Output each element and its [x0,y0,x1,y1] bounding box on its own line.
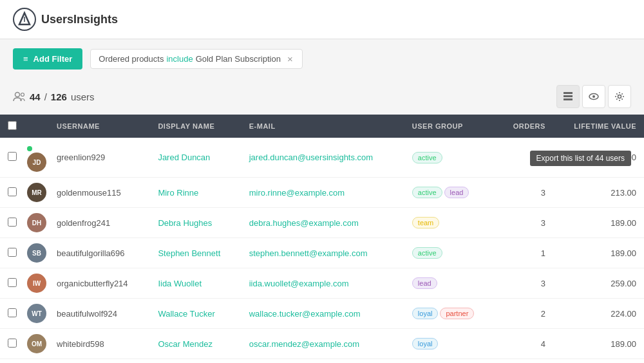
display-name-cell[interactable]: Stephen Bennett [150,238,241,268]
avatar: SB [27,243,46,263]
svg-point-3 [15,93,20,97]
display-name-cell[interactable]: Wallace Tucker [150,299,241,329]
row-checkbox-cell [0,138,24,178]
svg-rect-7 [564,98,573,100]
email-cell[interactable]: miro.rinne@example.com [242,178,404,208]
username-cell: beautifulwolf924 [49,299,150,329]
user-group-badge: active [412,187,442,198]
user-group-badge: loyal [412,338,439,349]
filtered-count: 44 [30,91,41,102]
user-group-badge: team [412,217,439,228]
display-name-link[interactable]: Stephen Bennett [158,248,220,258]
email-cell[interactable]: wallace.tucker@example.com [242,299,404,329]
user-group-badge: lead [412,277,437,289]
total-count: 126 [51,91,67,102]
row-checkbox-cell [0,299,24,329]
lifetime-value-cell: 189.00 [553,208,644,238]
row-checkbox[interactable] [8,152,17,161]
filter-remove-button[interactable]: × [286,54,294,64]
table-row[interactable]: WTbeautifulwolf924Wallace Tuckerwallace.… [0,299,644,329]
display-name-cell[interactable]: Debra Hughes [150,208,241,238]
email-cell[interactable]: heather.harper@example.com [242,359,404,364]
orders-cell: 3 [497,178,553,208]
add-filter-button[interactable]: ≡ Add Filter [13,48,82,70]
table-row[interactable]: MRgoldenmouse115Miro Rinnemiro.rinne@exa… [0,178,644,208]
avatar: DH [27,213,46,232]
user-group-cell: loyalpartner [404,299,497,329]
username-cell: beautifulgorilla696 [49,238,150,268]
row-checkbox[interactable] [8,187,17,196]
header-orders: ORDERS [497,115,553,138]
user-group-cell: active [404,238,497,268]
display-name-cell[interactable]: Heather Harper [150,359,241,364]
email-cell[interactable]: oscar.mendez@example.com [242,329,404,359]
row-checkbox-cell [0,268,24,299]
display-name-cell[interactable]: Miro Rinne [150,178,241,208]
lifetime-value-cell: 189.00 [553,329,644,359]
export-tooltip: Export this list of 44 users [530,151,631,166]
settings-view-button[interactable] [608,85,631,108]
user-group-cell: lead [404,268,497,299]
display-name-link[interactable]: Jared Duncan [158,153,210,162]
user-group-cell: active [404,138,497,178]
filter-lines-icon: ≡ [23,54,28,64]
view-controls [556,85,631,108]
app-title: UsersInsights [41,13,118,26]
users-label: users [71,91,95,102]
display-name-cell[interactable]: Iida Wuollet [150,268,241,299]
display-name-cell[interactable]: Jared Duncan [150,138,241,178]
avatar: OM [27,334,46,353]
table-header: USERNAME DISPLAY NAME E-MAIL USER GROUP … [0,115,644,138]
table-row[interactable]: IWorganicbutterfly214Iida Wuolletiida.wu… [0,268,644,299]
email-cell[interactable]: stephen.bennett@example.com [242,238,404,268]
row-checkbox-cell [0,178,24,208]
row-checkbox[interactable] [8,248,17,257]
header-username: USERNAME [49,115,150,138]
user-group-badge: partner [440,308,474,319]
svg-point-9 [592,95,595,98]
user-group-badge: active [412,247,442,259]
logo: UsersInsights [13,8,118,31]
display-name-link[interactable]: Wallace Tucker [158,309,214,319]
lifetime-value-cell: 189.00 [553,238,644,268]
email-cell[interactable]: iida.wuollet@example.com [242,268,404,299]
user-group-badge: loyal [412,308,439,319]
table-row[interactable]: HHorangemouse199Heather Harperheather.ha… [0,359,644,364]
username-cell: organicbutterfly214 [49,268,150,299]
avatar-cell: IW [24,268,49,299]
table-body: JDgreenlion929Jared Duncanjared.duncan@u… [0,138,644,363]
header-checkbox-col [0,115,24,138]
table-row[interactable]: OMwhitebird598Oscar Mendezoscar.mendez@e… [0,329,644,359]
email-cell[interactable]: jared.duncan@usersinsights.com [242,138,404,178]
username-cell: whitebird598 [49,329,150,359]
avatar-cell: MR [24,178,49,208]
row-checkbox-cell [0,208,24,238]
display-name-link[interactable]: Debra Hughes [158,218,212,228]
display-name-link[interactable]: Iida Wuollet [158,279,202,288]
lifetime-value-cell: 213.00 [553,178,644,208]
display-name-link[interactable]: Oscar Mendez [158,339,213,349]
select-all-checkbox[interactable] [8,121,17,130]
avatar: IW [27,274,46,293]
row-checkbox[interactable] [8,278,17,287]
display-name-cell[interactable]: Oscar Mendez [150,329,241,359]
table-view-icon [563,91,573,102]
row-checkbox[interactable] [8,339,17,348]
avatar-cell: DH [24,208,49,238]
toolbar: ≡ Add Filter Ordered products include Go… [0,39,644,79]
header-lifetime-value: LIFETIME VALUE [553,115,644,138]
username-cell: goldenfrog241 [49,208,150,238]
table-row[interactable]: DHgoldenfrog241Debra Hughesdebra.hughes@… [0,208,644,238]
table-view-button[interactable] [556,85,580,108]
online-indicator [27,146,32,151]
eye-view-button[interactable] [582,85,605,108]
display-name-link[interactable]: Miro Rinne [158,188,198,198]
user-group-badge: active [412,152,442,163]
avatar-cell: SB [24,238,49,268]
row-checkbox[interactable] [8,218,17,227]
email-cell[interactable]: debra.hughes@example.com [242,208,404,238]
row-checkbox[interactable] [8,308,17,317]
stats-row: 44 / 126 users [0,79,644,115]
svg-point-10 [618,95,621,98]
table-row[interactable]: SBbeautifulgorilla696Stephen Bennettstep… [0,238,644,268]
